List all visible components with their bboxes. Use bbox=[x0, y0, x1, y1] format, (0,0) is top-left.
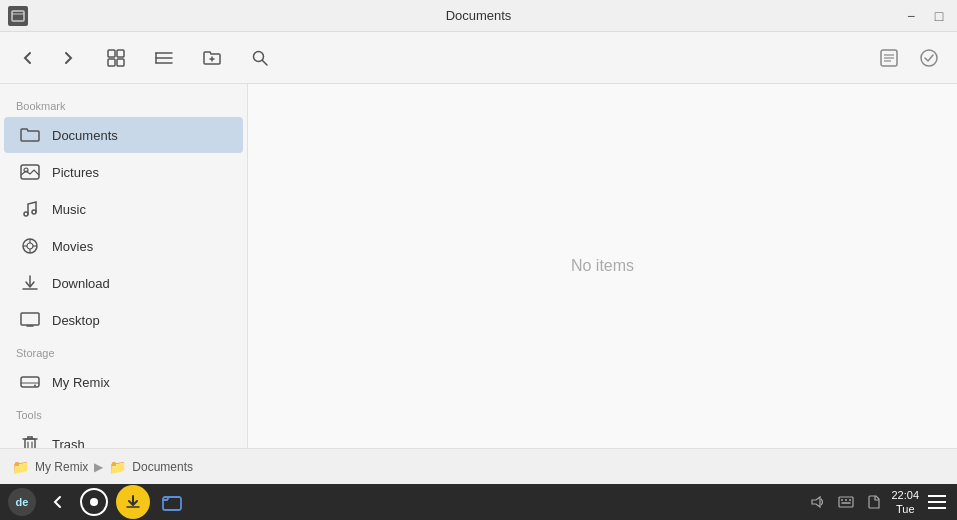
storage-section-label: Storage bbox=[0, 339, 247, 363]
breadcrumb-folder-icon-1: 📁 bbox=[12, 459, 29, 475]
sidebar-item-trash[interactable]: Trash bbox=[4, 426, 243, 448]
sidebar: Bookmark Documents Pictures bbox=[0, 84, 248, 448]
sidebar-item-documents[interactable]: Documents bbox=[4, 117, 243, 153]
breadcrumb-folder-icon-2: 📁 bbox=[109, 459, 126, 475]
text-view-button[interactable] bbox=[873, 42, 905, 74]
svg-rect-31 bbox=[21, 313, 39, 325]
taskbar-keyboard-icon[interactable] bbox=[835, 491, 857, 513]
window-controls: − □ bbox=[901, 6, 949, 26]
check-button[interactable] bbox=[913, 42, 945, 74]
taskbar-download-button[interactable] bbox=[116, 485, 150, 519]
breadcrumb-bar: 📁 My Remix ▶ 📁 Documents bbox=[0, 448, 957, 484]
svg-rect-45 bbox=[163, 497, 181, 510]
sidebar-item-movies[interactable]: Movies bbox=[4, 228, 243, 264]
desktop-icon bbox=[20, 310, 40, 330]
taskbar-clock: 22:04 Tue bbox=[891, 488, 919, 517]
grid-view-button[interactable] bbox=[100, 42, 132, 74]
svg-point-22 bbox=[32, 210, 36, 214]
svg-marker-46 bbox=[812, 497, 820, 507]
taskbar-home-button[interactable] bbox=[80, 488, 108, 516]
download-icon bbox=[20, 273, 40, 293]
titlebar: Documents − □ bbox=[0, 0, 957, 32]
music-label: Music bbox=[52, 202, 86, 217]
hamburger-icon bbox=[928, 495, 946, 509]
svg-point-36 bbox=[34, 385, 36, 387]
sidebar-item-music[interactable]: Music bbox=[4, 191, 243, 227]
svg-point-18 bbox=[921, 50, 937, 66]
music-icon bbox=[20, 199, 40, 219]
list-view-button[interactable] bbox=[148, 42, 180, 74]
clock-time: 22:04 bbox=[891, 488, 919, 502]
desktop-label: Desktop bbox=[52, 313, 100, 328]
toolbar bbox=[0, 32, 957, 84]
svg-rect-2 bbox=[108, 50, 115, 57]
taskbar-app-label: de bbox=[16, 496, 29, 508]
myremix-label: My Remix bbox=[52, 375, 110, 390]
svg-point-24 bbox=[27, 243, 33, 249]
trash-label: Trash bbox=[52, 437, 85, 449]
clock-day: Tue bbox=[891, 502, 919, 516]
toolbar-right bbox=[873, 42, 945, 74]
minimize-button[interactable]: − bbox=[901, 6, 921, 26]
sidebar-item-pictures[interactable]: Pictures bbox=[4, 154, 243, 190]
svg-rect-4 bbox=[108, 59, 115, 66]
taskbar-files-button[interactable] bbox=[158, 488, 186, 516]
forward-button[interactable] bbox=[52, 42, 84, 74]
folder-icon bbox=[20, 125, 40, 145]
nav-buttons bbox=[12, 42, 84, 74]
svg-rect-47 bbox=[839, 497, 853, 507]
empty-message: No items bbox=[571, 257, 634, 275]
maximize-button[interactable]: □ bbox=[929, 6, 949, 26]
bookmark-section-label: Bookmark bbox=[0, 92, 247, 116]
search-button[interactable] bbox=[244, 42, 276, 74]
taskbar-right: 22:04 Tue bbox=[807, 488, 949, 517]
svg-rect-5 bbox=[117, 59, 124, 66]
tools-section-label: Tools bbox=[0, 401, 247, 425]
pictures-icon bbox=[20, 162, 40, 182]
movies-icon bbox=[20, 236, 40, 256]
window-title: Documents bbox=[446, 8, 512, 23]
svg-line-13 bbox=[263, 60, 268, 65]
breadcrumb-arrow: ▶ bbox=[94, 460, 103, 474]
back-button[interactable] bbox=[12, 42, 44, 74]
app-icon bbox=[8, 6, 28, 26]
sidebar-item-download[interactable]: Download bbox=[4, 265, 243, 301]
svg-rect-0 bbox=[12, 11, 24, 21]
taskbar-back-button[interactable] bbox=[44, 488, 72, 516]
taskbar-file-icon[interactable] bbox=[863, 491, 885, 513]
drive-icon bbox=[20, 372, 40, 392]
sidebar-item-desktop[interactable]: Desktop bbox=[4, 302, 243, 338]
taskbar-audio-icon[interactable] bbox=[807, 491, 829, 513]
pictures-label: Pictures bbox=[52, 165, 99, 180]
trash-icon bbox=[20, 434, 40, 448]
svg-rect-3 bbox=[117, 50, 124, 57]
taskbar: de bbox=[0, 484, 957, 520]
sidebar-item-myremix[interactable]: My Remix bbox=[4, 364, 243, 400]
main-layout: Bookmark Documents Pictures bbox=[0, 84, 957, 448]
download-label: Download bbox=[52, 276, 110, 291]
new-folder-button[interactable] bbox=[196, 42, 228, 74]
taskbar-app-icon[interactable]: de bbox=[8, 488, 36, 516]
svg-point-21 bbox=[24, 212, 28, 216]
breadcrumb-item-1[interactable]: My Remix bbox=[35, 460, 88, 474]
documents-label: Documents bbox=[52, 128, 118, 143]
movies-label: Movies bbox=[52, 239, 93, 254]
taskbar-menu-button[interactable] bbox=[925, 490, 949, 514]
content-area: No items bbox=[248, 84, 957, 448]
titlebar-left bbox=[8, 6, 28, 26]
svg-rect-37 bbox=[25, 439, 35, 448]
svg-rect-34 bbox=[21, 377, 39, 387]
breadcrumb-item-2[interactable]: Documents bbox=[132, 460, 193, 474]
